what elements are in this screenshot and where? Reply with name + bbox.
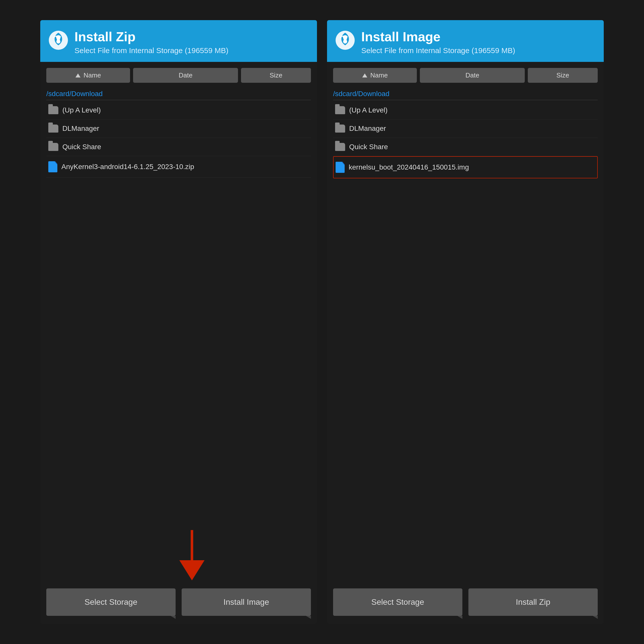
right-header: Install Image Select File from Internal …: [327, 20, 604, 62]
file-doc-icon: [48, 161, 57, 172]
file-name: DLManager: [349, 125, 386, 133]
red-arrow-icon: [177, 530, 207, 580]
folder-icon: [48, 106, 58, 114]
left-sort-name-button[interactable]: Name: [46, 68, 130, 83]
left-sort-date-button[interactable]: Date: [133, 68, 238, 83]
right-content: Name Date Size /sdcard/Download (Up A Le…: [327, 62, 604, 580]
left-action-button[interactable]: Install Image: [182, 588, 311, 616]
left-header-text: Install Zip Select File from Internal St…: [74, 29, 228, 55]
right-sort-name-button[interactable]: Name: [333, 68, 417, 83]
list-item[interactable]: AnyKernel3-android14-6.1.25_2023-10.zip: [46, 156, 311, 178]
right-path-bar: /sdcard/Download: [333, 87, 598, 100]
list-item[interactable]: DLManager: [333, 119, 598, 138]
twrp-logo-left: [48, 30, 68, 50]
left-panel: Install Zip Select File from Internal St…: [40, 20, 317, 624]
right-spacer: [333, 341, 598, 581]
right-panel-subtitle: Select File from Internal Storage (19655…: [361, 46, 515, 55]
file-name: (Up A Level): [62, 106, 101, 114]
file-doc-icon: [336, 162, 345, 173]
right-sort-bar: Name Date Size: [333, 68, 598, 83]
right-header-text: Install Image Select File from Internal …: [361, 29, 515, 55]
left-panel-title: Install Zip: [74, 29, 228, 44]
left-sort-bar: Name Date Size: [46, 68, 311, 83]
right-file-list: (Up A Level) DLManager Quick Share kerne…: [333, 101, 598, 341]
left-sort-size-button[interactable]: Size: [241, 68, 311, 83]
svg-point-1: [56, 39, 60, 44]
twrp-logo-right: [335, 30, 355, 50]
file-name: AnyKernel3-android14-6.1.25_2023-10.zip: [61, 163, 194, 171]
left-header: Install Zip Select File from Internal St…: [40, 20, 317, 62]
list-item-selected[interactable]: kernelsu_boot_20240416_150015.img: [333, 156, 598, 178]
sort-triangle-icon: [75, 73, 81, 77]
list-item[interactable]: Quick Share: [46, 138, 311, 156]
file-name: Quick Share: [62, 143, 101, 151]
file-name: kernelsu_boot_20240416_150015.img: [349, 163, 469, 171]
list-item[interactable]: DLManager: [46, 119, 311, 138]
left-content: Name Date Size /sdcard/Download (Up A Le…: [40, 62, 317, 580]
folder-icon: [335, 125, 345, 133]
file-name: (Up A Level): [349, 106, 388, 114]
left-footer: Select Storage Install Image: [40, 580, 317, 624]
left-path-bar: /sdcard/Download: [46, 87, 311, 100]
folder-icon: [48, 125, 58, 133]
left-panel-subtitle: Select File from Internal Storage (19655…: [74, 46, 228, 55]
left-select-storage-button[interactable]: Select Storage: [46, 588, 176, 616]
right-action-button[interactable]: Install Zip: [468, 588, 598, 616]
right-panel-title: Install Image: [361, 29, 515, 44]
right-select-storage-button[interactable]: Select Storage: [333, 588, 462, 616]
file-name: Quick Share: [349, 143, 388, 151]
folder-icon: [335, 106, 345, 114]
file-name: DLManager: [62, 125, 99, 133]
list-item[interactable]: (Up A Level): [333, 101, 598, 119]
sort-triangle-icon: [362, 73, 367, 77]
arrow-area: [46, 525, 311, 580]
list-item[interactable]: (Up A Level): [46, 101, 311, 119]
right-footer: Select Storage Install Zip: [327, 580, 604, 624]
list-item[interactable]: Quick Share: [333, 138, 598, 156]
right-sort-date-button[interactable]: Date: [420, 68, 525, 83]
right-panel: Install Image Select File from Internal …: [327, 20, 604, 624]
right-sort-size-button[interactable]: Size: [528, 68, 598, 83]
folder-icon: [48, 143, 58, 151]
svg-point-5: [343, 39, 347, 44]
left-file-list: (Up A Level) DLManager Quick Share AnyKe…: [46, 101, 311, 313]
left-spacer: [46, 313, 311, 525]
folder-icon: [335, 143, 345, 151]
svg-marker-3: [179, 560, 205, 580]
